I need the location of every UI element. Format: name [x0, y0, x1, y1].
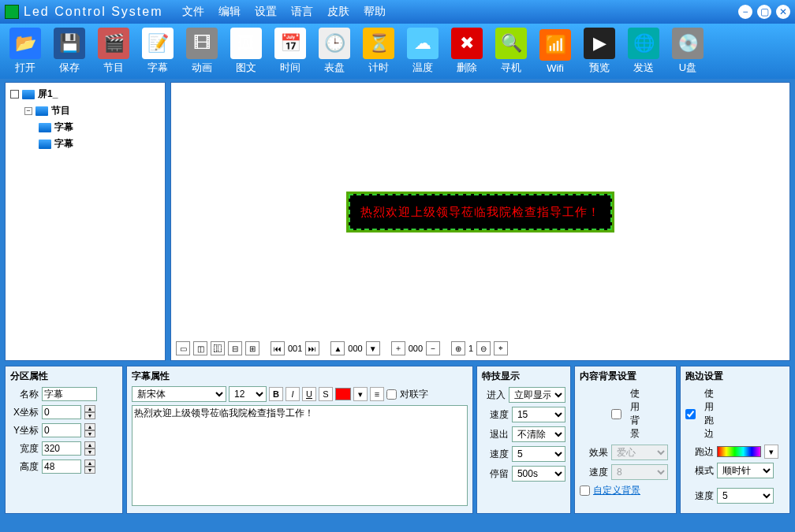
underline-button[interactable]: U — [302, 387, 316, 401]
zoom-level: 1 — [468, 344, 473, 353]
tool-图文[interactable]: 🖼图文 — [227, 28, 265, 75]
app-icon — [5, 5, 19, 19]
screen-icon — [22, 90, 35, 99]
menu-language[interactable]: 语言 — [291, 5, 313, 19]
tool-节目[interactable]: 🎬节目 — [95, 28, 132, 75]
bspeed-select[interactable]: 5 — [717, 488, 774, 504]
tool-label: Wifi — [536, 62, 574, 74]
tool-发送[interactable]: 🌐发送 — [625, 28, 662, 75]
speed2-select[interactable]: 5 — [512, 446, 565, 462]
prev-icon[interactable]: ⏮ — [271, 341, 285, 355]
y-spinner[interactable]: ▲▼ — [84, 423, 95, 437]
custombg-link[interactable]: 自定义背景 — [593, 484, 640, 497]
删除-icon: ✖ — [451, 28, 483, 59]
w-spinner[interactable]: ▲▼ — [84, 441, 95, 456]
minimize-button[interactable]: − — [738, 5, 752, 19]
menu-skin[interactable]: 皮肤 — [327, 5, 349, 19]
plus-icon[interactable]: ＋ — [391, 341, 405, 355]
maximize-button[interactable]: ▢ — [757, 5, 771, 19]
next-icon[interactable]: ⏭ — [305, 341, 319, 355]
tool-Wifi[interactable]: 📶Wifi — [536, 29, 574, 74]
tool-label: 发送 — [625, 61, 662, 75]
x-spinner[interactable]: ▲▼ — [84, 405, 95, 419]
italic-button[interactable]: I — [286, 387, 300, 401]
tree-item[interactable]: 字幕 — [39, 137, 160, 151]
enter-label: 进入 — [482, 389, 506, 402]
layout1-icon[interactable]: ▭ — [176, 341, 190, 355]
down-icon[interactable]: ▼ — [366, 341, 380, 355]
border-dropdown-icon[interactable]: ▾ — [764, 445, 778, 459]
subtitle-textarea[interactable]: 热烈欢迎上级领导莅临我院检查指导工作！ — [132, 405, 468, 506]
custombg-checkbox[interactable] — [580, 485, 590, 496]
tool-U盘[interactable]: 💿U盘 — [669, 28, 707, 75]
zoom-in-icon[interactable]: ⊕ — [451, 341, 465, 355]
up-icon[interactable]: ▲ — [330, 341, 345, 355]
tree-program[interactable]: − 节目 — [24, 104, 160, 117]
main-area: 屏1_ − 节目 字幕 字幕 热烈欢 — [0, 79, 795, 361]
speed1-select[interactable]: 15 — [512, 407, 565, 422]
align-button[interactable]: ≡ — [370, 387, 384, 401]
x-label: X坐标 — [10, 406, 39, 419]
couplet-checkbox[interactable] — [386, 389, 397, 400]
tool-温度[interactable]: ☁温度 — [404, 28, 442, 75]
x-input[interactable] — [42, 405, 81, 419]
tool-label: 节目 — [95, 61, 132, 75]
color-dropdown-icon[interactable]: ▾ — [353, 387, 368, 401]
checkbox-icon[interactable] — [10, 90, 19, 99]
menu-file[interactable]: 文件 — [182, 5, 204, 19]
menu-settings[interactable]: 设置 — [255, 5, 277, 19]
tool-预览[interactable]: ▶预览 — [580, 28, 618, 75]
tool-label: 寻机 — [492, 61, 530, 75]
layout5-icon[interactable]: ⊞ — [245, 341, 259, 355]
stay-select[interactable]: 500s — [512, 466, 565, 482]
tool-寻机[interactable]: 🔍寻机 — [492, 28, 530, 75]
tool-动画[interactable]: 🎞动画 — [183, 28, 221, 75]
h-spinner[interactable]: ▲▼ — [84, 459, 95, 474]
tool-计时[interactable]: ⏳计时 — [360, 28, 398, 75]
menu-help[interactable]: 帮助 — [364, 5, 386, 19]
tree-item[interactable]: 字幕 — [39, 121, 160, 134]
target-icon[interactable]: ⌖ — [494, 341, 508, 355]
动画-icon: 🎞 — [186, 28, 218, 59]
tool-删除[interactable]: ✖删除 — [448, 28, 486, 75]
bold-button[interactable]: B — [269, 387, 283, 401]
mode-select[interactable]: 顺时针 — [717, 463, 774, 478]
时间-icon: 📅 — [274, 28, 306, 59]
usebg-checkbox[interactable] — [611, 409, 621, 419]
name-input[interactable] — [42, 387, 97, 401]
tool-保存[interactable]: 💾保存 — [50, 28, 88, 75]
zoom-out-icon[interactable]: ⊖ — [476, 341, 491, 355]
border-preview[interactable] — [717, 446, 761, 457]
color-swatch[interactable] — [335, 388, 351, 400]
size-select[interactable]: 12 — [229, 386, 267, 402]
minus-icon[interactable]: − — [426, 341, 440, 355]
tool-打开[interactable]: 📂打开 — [6, 28, 44, 75]
bgspeed-label: 速度 — [580, 466, 608, 479]
useborder-checkbox[interactable] — [685, 409, 696, 419]
collapse-icon[interactable]: − — [24, 107, 32, 115]
tool-label: 保存 — [50, 61, 88, 75]
tool-label: 删除 — [448, 61, 486, 75]
tool-表盘[interactable]: 🕒表盘 — [315, 28, 353, 75]
close-button[interactable]: ✕ — [776, 5, 790, 19]
exit-select[interactable]: 不清除 — [512, 426, 565, 442]
led-display[interactable]: 热烈欢迎上级领导莅临我院检查指导工作！ — [346, 192, 614, 233]
y-input[interactable] — [42, 423, 81, 437]
layout2-icon[interactable]: ◫ — [193, 341, 207, 355]
subtitle-title: 字幕属性 — [132, 370, 468, 383]
layout3-icon[interactable]: ⿲ — [211, 341, 225, 355]
h-input[interactable] — [42, 459, 81, 474]
tool-label: 表盘 — [315, 61, 353, 75]
tool-字幕[interactable]: 📝字幕 — [139, 28, 177, 75]
stay-label: 停留 — [482, 467, 509, 481]
font-select[interactable]: 新宋体 — [132, 386, 226, 402]
w-input[interactable] — [42, 441, 81, 456]
enter-select[interactable]: 立即显示 — [509, 387, 565, 403]
menu-edit[interactable]: 编辑 — [218, 5, 241, 19]
tool-时间[interactable]: 📅时间 — [271, 28, 309, 75]
strike-button[interactable]: S — [319, 387, 333, 401]
speed2-label: 速度 — [482, 448, 509, 461]
tree-screen[interactable]: 屏1_ — [10, 87, 160, 101]
节目-icon: 🎬 — [98, 28, 129, 59]
layout4-icon[interactable]: ⊟ — [228, 341, 242, 355]
